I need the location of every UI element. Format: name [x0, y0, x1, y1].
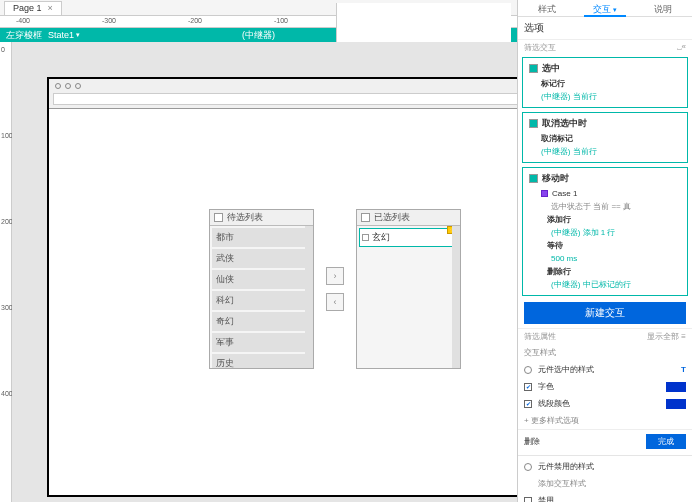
traffic-dot: [55, 83, 61, 89]
case-icon: [541, 190, 548, 197]
widget-type: (中继器): [242, 29, 275, 42]
list-item[interactable]: 仙侠: [212, 270, 311, 289]
color-swatch[interactable]: [666, 382, 686, 392]
list-item[interactable]: 军事: [212, 333, 311, 352]
close-icon[interactable]: ×: [48, 3, 53, 13]
tab-notes[interactable]: 说明: [634, 0, 692, 16]
traffic-dot: [65, 83, 71, 89]
move-right-button[interactable]: ›: [326, 267, 344, 285]
event-unselected[interactable]: 取消选中时 取消标记 (中继器) 当前行: [522, 112, 688, 163]
color-swatch[interactable]: [666, 399, 686, 409]
radio-icon[interactable]: [524, 463, 532, 471]
list-item[interactable]: 奇幻: [212, 312, 311, 331]
isolate-button[interactable]: 隔离: [337, 3, 511, 16]
ruler-vertical: 0 100 200 300 400: [0, 42, 12, 502]
more-styles-link[interactable]: + 更多样式选项: [518, 412, 692, 429]
list-item[interactable]: 武侠: [212, 249, 311, 268]
text-icon[interactable]: T: [681, 365, 686, 374]
tab-label: Page 1: [13, 3, 42, 13]
done-button[interactable]: 完成: [646, 434, 686, 449]
widget-state[interactable]: State1: [48, 30, 74, 40]
selected-style-row[interactable]: 元件选中的样式 T: [518, 361, 692, 378]
filter-button[interactable]: ⎵«: [677, 42, 686, 53]
pending-list: 待选列表 都市 武侠 仙侠 科幻 奇幻 军事 历史 游戏: [209, 209, 314, 369]
selected-header[interactable]: 已选列表: [357, 210, 460, 226]
event-move[interactable]: 移动时 Case 1 选中状态于 当前 == 真 添加行 (中继器) 添加 1 …: [522, 167, 688, 296]
font-color-row[interactable]: 字色: [518, 378, 692, 395]
move-left-button[interactable]: ‹: [326, 293, 344, 311]
tab-interactions[interactable]: 交互▾: [576, 0, 634, 16]
list-item[interactable]: 历史: [212, 354, 311, 368]
filter-label: 筛选交互: [524, 42, 556, 53]
selected-list: 已选列表 玄幻 ⚡: [356, 209, 461, 369]
widget-name: 左穿梭框: [6, 29, 42, 42]
list-item[interactable]: 都市: [212, 228, 311, 247]
radio-icon[interactable]: [524, 366, 532, 374]
event-selected[interactable]: 选中 标记行 (中继器) 当前行: [522, 57, 688, 108]
tab-style[interactable]: 样式: [518, 0, 576, 16]
checkbox-icon[interactable]: [362, 234, 369, 241]
scrollbar[interactable]: [305, 226, 313, 368]
browser-mock: 待选列表 都市 武侠 仙侠 科幻 奇幻 军事 历史 游戏: [47, 77, 517, 497]
line-color-row[interactable]: 线段颜色: [518, 395, 692, 412]
checkbox-icon[interactable]: [524, 400, 532, 408]
checkbox-icon[interactable]: [524, 497, 532, 503]
pending-header[interactable]: 待选列表: [210, 210, 313, 226]
disabled-style-row[interactable]: 元件禁用的样式: [518, 458, 692, 475]
options-title: 选项: [518, 17, 692, 39]
checkbox-icon[interactable]: [524, 383, 532, 391]
traffic-dot: [75, 83, 81, 89]
inspector-panel: 样式 交互▾ 说明 选项 筛选交互⎵« 选中 标记行 (中继器) 当前行 取消选…: [517, 0, 692, 502]
widget-titlebar: 左穿梭框 State1 ▾ (中继器) 隔离 ▾ 关闭 ⊠: [0, 28, 517, 42]
list-item[interactable]: 科幻: [212, 291, 311, 310]
disable-row[interactable]: 禁用: [518, 492, 692, 502]
add-style-link[interactable]: 添加交互样式: [518, 475, 692, 492]
inspector-tabs: 样式 交互▾ 说明: [518, 0, 692, 17]
scrollbar[interactable]: [452, 226, 460, 368]
delete-link[interactable]: 删除: [524, 436, 540, 447]
page-tab[interactable]: Page 1 ×: [4, 1, 62, 15]
canvas[interactable]: 0 100 200 300 400 待选列表: [0, 42, 517, 502]
style-section-label: 交互样式: [518, 344, 692, 361]
new-interaction-button[interactable]: 新建交互: [524, 302, 686, 324]
address-bar: [53, 93, 517, 105]
list-item-selected[interactable]: 玄幻 ⚡: [359, 228, 458, 247]
